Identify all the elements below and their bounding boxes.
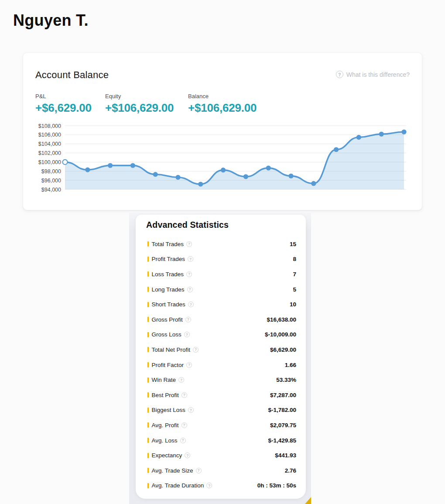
chart-point[interactable] <box>62 160 67 165</box>
accent-tick-icon <box>147 483 149 488</box>
stat-row: Profit Factor ? 1.66 <box>136 357 306 373</box>
y-tick-label: $98,000 <box>41 168 61 175</box>
metric-label: P&L <box>35 93 92 99</box>
difference-help-label: What is this difference? <box>346 71 410 78</box>
stat-label: Total Net Profit <box>152 346 191 353</box>
stat-value: $2,079.75 <box>270 422 296 429</box>
chart-point[interactable] <box>311 181 316 186</box>
accent-tick-icon <box>147 241 149 247</box>
stat-label: Win Rate <box>152 377 176 383</box>
accent-tick-icon <box>147 392 149 398</box>
y-tick-label: $96,000 <box>41 178 61 184</box>
stat-label: Profit Trades <box>152 256 185 262</box>
stat-label: Best Profit <box>152 392 179 398</box>
accent-tick-icon <box>147 257 149 262</box>
stat-label: Long Trades <box>152 286 185 293</box>
y-tick-label: $102,000 <box>38 150 61 156</box>
chart-point[interactable] <box>153 172 158 177</box>
advanced-statistics-title: Advanced Statistics <box>146 220 229 230</box>
question-circle-icon[interactable]: ? <box>188 407 194 413</box>
metric-value: +$106,629.00 <box>188 101 257 115</box>
y-tick-label: $108,000 <box>38 123 61 129</box>
stat-value: $7,287.00 <box>270 392 296 398</box>
chart-point[interactable] <box>130 163 135 168</box>
y-tick-label: $104,000 <box>38 141 61 147</box>
chart-point[interactable] <box>266 165 271 170</box>
accent-tick-icon <box>147 332 149 337</box>
accent-tick-icon <box>147 468 149 473</box>
page-title: Nguyen T. <box>13 11 89 30</box>
difference-help-button[interactable]: ? What is this difference? <box>336 71 410 78</box>
chart-point[interactable] <box>108 163 113 168</box>
metric-value: +$6,629.00 <box>35 101 92 115</box>
stat-value: 7 <box>293 271 296 278</box>
stat-value: 53.33% <box>276 377 296 383</box>
question-circle-icon[interactable]: ? <box>186 362 192 368</box>
metric-balance: Balance +$106,629.00 <box>188 93 257 115</box>
stat-row: Avg. Profit ? $2,079.75 <box>136 418 306 433</box>
question-circle-icon[interactable]: ? <box>185 317 191 322</box>
chart-point[interactable] <box>243 174 248 179</box>
stat-label: Gross Loss <box>152 331 181 338</box>
stat-value: $16,638.00 <box>267 316 296 323</box>
accent-tick-icon <box>147 362 149 367</box>
question-circle-icon[interactable]: ? <box>178 377 184 383</box>
chart-point[interactable] <box>221 168 226 172</box>
stat-value: 15 <box>290 241 296 247</box>
metric-pnl: P&L +$6,629.00 <box>35 93 92 115</box>
accent-tick-icon <box>147 271 149 277</box>
metrics-row: P&L +$6,629.00 Equity +$106,629.00 Balan… <box>23 93 422 119</box>
question-circle-icon[interactable]: ? <box>206 483 212 488</box>
stat-label: Avg. Trade Size <box>152 467 193 474</box>
question-circle-icon[interactable]: ? <box>181 392 187 398</box>
stat-label: Loss Trades <box>152 271 184 278</box>
stat-value: 2.76 <box>285 467 296 474</box>
stat-label: Biggest Loss <box>152 407 185 413</box>
stat-label: Avg. Profit <box>152 422 179 429</box>
stat-row: Avg. Trade Size ? 2.76 <box>136 463 306 478</box>
chart-point[interactable] <box>356 135 361 140</box>
question-circle-icon[interactable]: ? <box>188 302 194 307</box>
accent-tick-icon <box>147 317 149 322</box>
accent-tick-icon <box>147 438 149 443</box>
balance-chart[interactable]: $108,000$106,000$104,000$102,000$100,000… <box>23 122 423 195</box>
stat-row: Gross Profit ? $16,638.00 <box>136 312 306 327</box>
question-circle-icon[interactable]: ? <box>186 241 192 247</box>
question-circle-icon[interactable]: ? <box>187 287 193 292</box>
stat-label: Profit Factor <box>152 362 184 368</box>
stat-value: 5 <box>293 286 296 293</box>
question-circle-icon[interactable]: ? <box>188 256 193 262</box>
accent-tick-icon <box>147 408 149 413</box>
chart-point[interactable] <box>379 132 384 137</box>
stat-value: 1.66 <box>285 362 296 368</box>
area-fill <box>65 132 404 189</box>
question-circle-icon[interactable]: ? <box>185 453 190 458</box>
metric-value: +$106,629.00 <box>105 101 174 115</box>
stat-value: $6,629.00 <box>270 346 296 353</box>
stat-row: Win Rate ? 53.33% <box>136 372 306 387</box>
chart-point[interactable] <box>334 147 339 152</box>
question-circle-icon[interactable]: ? <box>186 271 192 277</box>
chart-point[interactable] <box>288 174 293 178</box>
stat-row: Total Trades ? 15 <box>136 237 306 252</box>
account-balance-title: Account Balance <box>35 69 109 81</box>
chart-point[interactable] <box>175 175 180 180</box>
question-circle-icon[interactable]: ? <box>184 332 190 337</box>
stat-label: Avg. Trade Duration <box>152 482 204 489</box>
question-circle-icon[interactable]: ? <box>181 422 187 428</box>
stat-value: 10 <box>290 301 296 308</box>
stat-value: 0h : 53m : 50s <box>257 482 296 489</box>
metric-equity: Equity +$106,629.00 <box>105 93 174 115</box>
question-circle-icon[interactable]: ? <box>180 438 186 443</box>
question-circle-icon: ? <box>336 71 343 78</box>
stat-row: Expectancy ? $441.93 <box>136 448 306 463</box>
stat-value: $-1,429.85 <box>268 437 296 444</box>
question-circle-icon[interactable]: ? <box>196 468 202 473</box>
chart-point[interactable] <box>198 182 203 186</box>
chart-point[interactable] <box>401 130 406 134</box>
y-tick-label: $106,000 <box>38 132 61 138</box>
question-circle-icon[interactable]: ? <box>193 347 199 353</box>
stat-value: $-1,782.00 <box>268 407 296 413</box>
chart-point[interactable] <box>85 168 90 172</box>
accent-tick-icon <box>147 347 149 352</box>
